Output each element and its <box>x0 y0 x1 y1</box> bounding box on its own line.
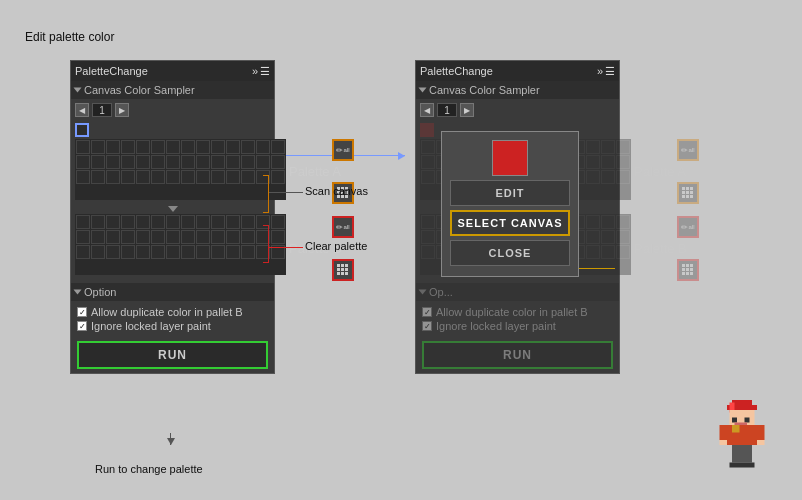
run-button[interactable]: RUN <box>77 341 268 369</box>
header-icons: » ☰ <box>252 65 270 78</box>
swatch-grid-a <box>75 139 286 200</box>
left-panel-header: PaletteChange » ☰ <box>71 61 274 81</box>
svg-rect-14 <box>345 268 348 271</box>
svg-rect-22 <box>686 191 689 194</box>
top-label: Edit palette color <box>25 30 114 44</box>
right-paint-a: ✏all <box>677 139 699 161</box>
right-cb-2-label: Ignore locked layer paint <box>436 320 556 332</box>
svg-rect-51 <box>730 463 743 468</box>
right-option-bar: Op... <box>416 283 619 301</box>
checkbox-locked-label: Ignore locked layer paint <box>91 320 211 332</box>
left-panel-title: PaletteChange <box>75 65 148 77</box>
right-run-button: RUN <box>422 341 613 369</box>
edit-button[interactable]: EDIT <box>450 180 570 206</box>
right-cb-2 <box>422 321 432 331</box>
checkbox-duplicate-label: Allow duplicate color in pallet B <box>91 306 243 318</box>
svg-rect-31 <box>686 268 689 271</box>
svg-rect-25 <box>686 195 689 198</box>
checkbox-row-1: Allow duplicate color in pallet B <box>77 306 268 318</box>
select-canvas-button[interactable]: SELECT CANVAS <box>450 210 570 236</box>
svg-rect-44 <box>732 425 740 433</box>
svg-rect-45 <box>720 425 728 440</box>
nav-next-btn[interactable]: ▶ <box>115 103 129 117</box>
svg-rect-50 <box>742 445 752 463</box>
clear-palette-annotation: Clear palette <box>305 240 367 252</box>
right-cb-row-2: Ignore locked layer paint <box>422 320 613 332</box>
palette-a-label: Palette A <box>289 164 354 179</box>
svg-rect-11 <box>345 264 348 267</box>
clear-palette-bracket <box>263 225 269 263</box>
selected-swatch-a[interactable] <box>75 123 89 137</box>
svg-rect-32 <box>690 268 693 271</box>
svg-rect-48 <box>757 440 765 445</box>
right-panel-title: PaletteChange <box>420 65 493 77</box>
svg-rect-46 <box>757 425 765 440</box>
right-forward-icon: » <box>597 65 603 78</box>
popup-dialog: EDIT SELECT CANVAS CLOSE <box>441 131 579 277</box>
scan-canvas-annotation: Scan canvas <box>305 185 368 197</box>
svg-rect-16 <box>341 272 344 275</box>
svg-rect-42 <box>735 423 748 426</box>
sprite-character <box>702 400 782 480</box>
svg-rect-9 <box>337 264 340 267</box>
svg-rect-12 <box>337 268 340 271</box>
right-option-label: Op... <box>429 286 453 298</box>
paint-all-btn-a[interactable]: ✏all <box>332 139 354 161</box>
right-grid-b <box>677 259 699 281</box>
right-cb-1-label: Allow duplicate color in pallet B <box>436 306 588 318</box>
nav-prev-btn[interactable]: ◀ <box>75 103 89 117</box>
checkbox-locked[interactable] <box>77 321 87 331</box>
right-selected-swatch-a <box>420 123 434 137</box>
checkbox-row-2: Ignore locked layer paint <box>77 320 268 332</box>
grid-scan-btn-b[interactable] <box>332 259 354 281</box>
right-option-section: Allow duplicate color in pallet B Ignore… <box>416 301 619 337</box>
svg-rect-17 <box>345 272 348 275</box>
sampler-controls: ◀ 1 ▶ <box>71 99 274 121</box>
svg-rect-43 <box>727 425 757 445</box>
clear-palette-line <box>268 247 303 248</box>
svg-rect-33 <box>682 272 685 275</box>
svg-rect-24 <box>682 195 685 198</box>
svg-rect-18 <box>682 187 685 190</box>
right-canvas-color-bar: Canvas Color Sampler <box>416 81 619 99</box>
option-triangle <box>74 290 82 295</box>
right-panel: PaletteChange » ☰ Canvas Color Sampler ◀… <box>415 60 620 374</box>
section-label: Canvas Color Sampler <box>84 84 195 96</box>
option-section-bar: Option <box>71 283 274 301</box>
right-sampler-controls: ◀ 1 ▶ <box>416 99 619 121</box>
checkbox-duplicate[interactable] <box>77 307 87 317</box>
expand-triangle <box>74 88 82 93</box>
scan-canvas-line <box>268 192 303 193</box>
swatch-grid-b <box>75 214 286 275</box>
forward-icon: » <box>252 65 258 78</box>
right-option-triangle <box>419 290 427 295</box>
left-panel: PaletteChange » ☰ Canvas Color Sampler ◀… <box>70 60 275 374</box>
run-label: Run to change palette <box>95 463 203 475</box>
scan-canvas-bracket <box>263 175 269 213</box>
svg-rect-29 <box>690 264 693 267</box>
right-nav-next[interactable]: ▶ <box>460 103 474 117</box>
menu-icon: ☰ <box>260 65 270 78</box>
right-grid-a <box>677 182 699 204</box>
right-menu-icon: ☰ <box>605 65 615 78</box>
svg-rect-15 <box>337 272 340 275</box>
right-nav-prev[interactable]: ◀ <box>420 103 434 117</box>
svg-rect-23 <box>690 191 693 194</box>
svg-rect-40 <box>732 418 737 423</box>
svg-rect-19 <box>686 187 689 190</box>
right-nav-num: 1 <box>437 103 457 117</box>
svg-rect-41 <box>745 418 750 423</box>
svg-rect-27 <box>682 264 685 267</box>
svg-rect-47 <box>720 440 728 445</box>
right-section-label: Canvas Color Sampler <box>429 84 540 96</box>
right-cb-row-1: Allow duplicate color in pallet B <box>422 306 613 318</box>
option-section: Allow duplicate color in pallet B Ignore… <box>71 301 274 337</box>
popup-color-preview <box>492 140 528 176</box>
close-button[interactable]: CLOSE <box>450 240 570 266</box>
svg-rect-20 <box>690 187 693 190</box>
svg-rect-28 <box>686 264 689 267</box>
paint-all-btn-b[interactable]: ✏all <box>332 216 354 238</box>
right-cb-1 <box>422 307 432 317</box>
right-header-icons: » ☰ <box>597 65 615 78</box>
run-down-arrow <box>170 433 171 445</box>
